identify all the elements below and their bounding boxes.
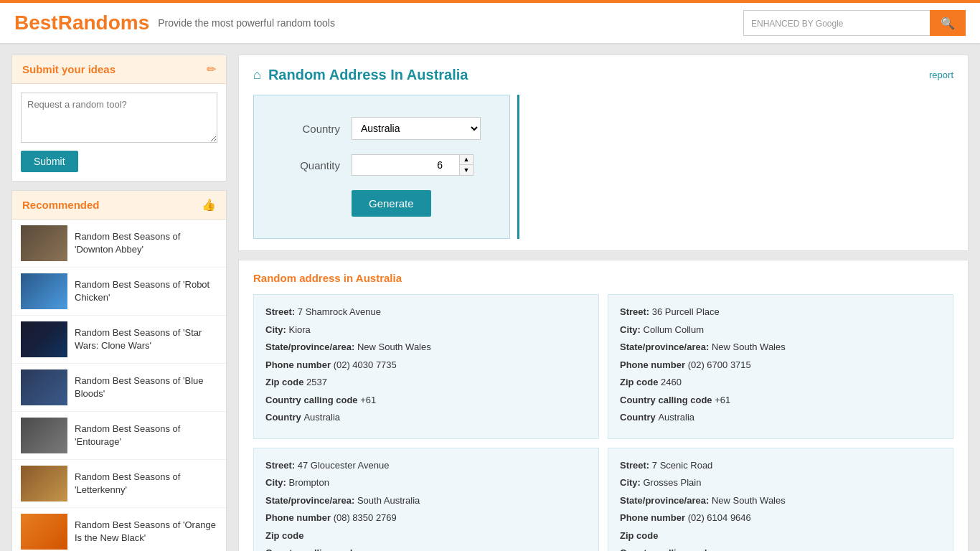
address-field-value: Australia xyxy=(303,412,340,423)
recommended-item[interactable]: Random Best Seasons of 'Orange Is the Ne… xyxy=(12,508,226,551)
site-tagline: Provide the most powerful random tools xyxy=(158,17,335,29)
country-label: Country xyxy=(283,123,340,135)
recommended-item[interactable]: Random Best Seasons of 'Star Wars: Clone… xyxy=(12,316,226,364)
address-card: Street: 36 Purcell PlaceCity: Collum Col… xyxy=(608,294,953,439)
quantity-input-wrap: ▲ ▼ xyxy=(352,154,473,176)
address-field-label: Street: xyxy=(265,460,298,471)
submit-button[interactable]: Submit xyxy=(21,151,78,172)
address-field-value: New South Wales xyxy=(712,495,786,506)
address-row: Street: 7 Shamrock Avenue xyxy=(265,305,587,319)
recommended-list: Random Best Seasons of 'Downton Abbey'Ra… xyxy=(12,220,226,551)
address-row: Street: 36 Purcell Place xyxy=(620,305,941,319)
address-row: Country calling code xyxy=(265,546,587,551)
submit-ideas-title: Submit your ideas xyxy=(22,63,116,75)
address-row: State/province/area: South Australia xyxy=(265,494,587,508)
address-field-label: Zip code xyxy=(265,377,306,387)
address-field-label: Phone number xyxy=(620,359,688,370)
search-button[interactable]: 🔍 xyxy=(930,10,966,36)
recommended-item[interactable]: Random Best Seasons of 'Entourage' xyxy=(12,412,226,460)
address-field-label: Country calling code xyxy=(265,547,358,551)
address-field-value: (02) 4030 7735 xyxy=(334,359,397,370)
report-link[interactable]: report xyxy=(929,70,953,80)
page-title: ⌂ Random Address In Australia xyxy=(253,67,468,83)
address-row: Country calling code +61 xyxy=(265,393,587,408)
country-select[interactable]: Australia xyxy=(352,117,481,140)
home-icon: ⌂ xyxy=(253,67,261,83)
quantity-up-button[interactable]: ▲ xyxy=(460,155,473,165)
address-row: State/province/area: New South Wales xyxy=(620,340,941,354)
submit-ideas-body: Submit xyxy=(12,84,226,181)
address-card: Street: 7 Scenic RoadCity: Grosses Plain… xyxy=(608,448,953,552)
site-title: BestRandoms xyxy=(14,11,149,34)
address-field-value: New South Wales xyxy=(712,342,786,352)
address-row: Phone number (02) 6700 3715 xyxy=(620,358,941,372)
search-input[interactable] xyxy=(743,10,930,36)
address-field-value: 7 Scenic Road xyxy=(652,460,713,471)
address-field-label: Street: xyxy=(620,306,652,317)
address-field-label: Zip code xyxy=(265,530,303,541)
address-card: Street: 7 Shamrock AvenueCity: KioraStat… xyxy=(253,294,599,439)
address-row: Phone number (02) 4030 7735 xyxy=(265,358,587,372)
rec-thumbnail xyxy=(21,418,67,453)
vertical-divider xyxy=(517,95,519,239)
address-field-label: State/province/area: xyxy=(265,495,357,506)
address-row: City: Kiora xyxy=(265,323,587,337)
address-field-label: City: xyxy=(620,477,644,488)
address-row: Country calling code +61 xyxy=(620,393,941,408)
submit-ideas-section: Submit your ideas ✏ Submit xyxy=(11,55,227,182)
quantity-row: Quantity ▲ ▼ xyxy=(283,154,481,176)
idea-textarea[interactable] xyxy=(21,93,217,143)
address-row: Zip code xyxy=(620,529,941,543)
address-field-value: (02) 6104 9646 xyxy=(688,512,751,523)
address-field-label: Country calling code xyxy=(265,395,360,405)
address-field-value: Grosses Plain xyxy=(644,477,702,488)
address-row: Street: 7 Scenic Road xyxy=(620,458,941,473)
address-field-label: State/province/area: xyxy=(620,342,712,352)
address-field-label: State/province/area: xyxy=(265,342,357,352)
sidebar: Submit your ideas ✏ Submit Recommended 👍… xyxy=(11,55,227,551)
quantity-down-button[interactable]: ▼ xyxy=(460,165,473,175)
recommended-title: Recommended xyxy=(22,199,100,211)
recommended-item[interactable]: Random Best Seasons of 'Robot Chicken' xyxy=(12,268,226,316)
quantity-input[interactable] xyxy=(352,154,459,176)
rec-label: Random Best Seasons of 'Robot Chicken' xyxy=(75,278,217,304)
address-field-value: 2460 xyxy=(661,377,682,387)
generate-button[interactable]: Generate xyxy=(352,190,431,217)
address-field-value: Collum Collum xyxy=(644,324,705,335)
address-field-value: South Australia xyxy=(357,495,420,506)
results-intro: Random address in xyxy=(253,272,356,284)
search-area: 🔍 xyxy=(743,10,966,36)
address-field-label: Phone number xyxy=(620,512,688,523)
addresses-grid: Street: 7 Shamrock AvenueCity: KioraStat… xyxy=(253,294,953,551)
search-icon: 🔍 xyxy=(941,17,955,29)
rec-thumbnail xyxy=(21,466,67,501)
address-field-value: (02) 6700 3715 xyxy=(688,359,751,370)
rec-thumbnail xyxy=(21,273,67,309)
address-field-label: Country xyxy=(620,412,658,423)
rec-label: Random Best Seasons of 'Downton Abbey' xyxy=(75,230,217,256)
address-field-label: City: xyxy=(265,477,289,488)
page-title-label: Random Address In Australia xyxy=(268,67,468,83)
recommended-item[interactable]: Random Best Seasons of 'Letterkenny' xyxy=(12,460,226,508)
rec-thumbnail xyxy=(21,321,67,357)
address-row: Zip code xyxy=(265,529,587,543)
rec-label: Random Best Seasons of 'Orange Is the Ne… xyxy=(75,519,217,545)
address-field-label: Phone number xyxy=(265,359,334,370)
address-field-label: Zip code xyxy=(620,530,658,541)
country-row: Country Australia xyxy=(283,117,481,140)
address-row: Street: 47 Gloucester Avenue xyxy=(265,458,587,473)
address-field-value: 7 Shamrock Avenue xyxy=(298,306,381,317)
address-field-label: City: xyxy=(620,324,644,335)
results-country: Australia xyxy=(356,272,402,284)
address-field-value: Brompton xyxy=(289,477,329,488)
tool-form-panel: Country Australia Quantity ▲ ▼ xyxy=(253,95,510,239)
address-row: City: Collum Collum xyxy=(620,323,941,337)
address-row: Country calling code xyxy=(620,546,941,551)
tool-area: Country Australia Quantity ▲ ▼ xyxy=(253,95,953,239)
address-field-value: Australia xyxy=(658,412,694,423)
address-row: Country Australia xyxy=(620,410,941,425)
address-row: Country Australia xyxy=(265,410,587,425)
recommended-item[interactable]: Random Best Seasons of 'Downton Abbey' xyxy=(12,220,226,268)
recommended-item[interactable]: Random Best Seasons of 'Blue Bloods' xyxy=(12,364,226,412)
address-row: City: Grosses Plain xyxy=(620,476,941,490)
